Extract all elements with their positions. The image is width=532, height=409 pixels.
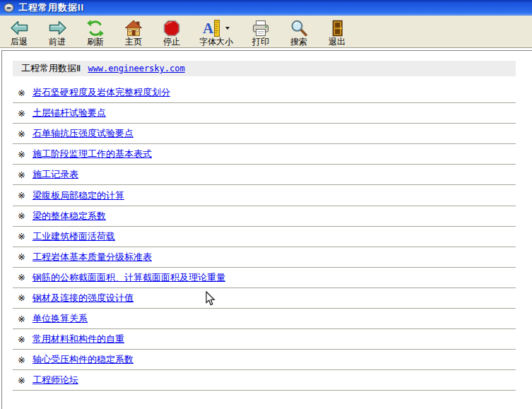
bullet-icon: ※ xyxy=(18,149,25,160)
back-label: 后退 xyxy=(11,37,28,47)
list-item: ※ 石单轴抗压强度试验要点 xyxy=(13,124,516,144)
site-link[interactable]: www.engineersky.com xyxy=(88,64,184,73)
list-item: ※ 工程师论坛 xyxy=(13,370,516,391)
window-title: 工程常用数据II xyxy=(18,1,84,14)
list-item: ※ 梁腹板局部稳定的计算 xyxy=(13,185,516,206)
back-button[interactable]: 后退 xyxy=(0,18,38,47)
item-link[interactable]: 梁腹板局部稳定的计算 xyxy=(32,189,124,202)
bullet-icon: ※ xyxy=(18,272,25,283)
list-item: ※ 工程岩体基本质量分级标准表 xyxy=(13,247,516,268)
print-button[interactable]: 打印 xyxy=(242,18,280,47)
search-button[interactable]: 搜索 xyxy=(280,18,318,47)
item-link[interactable]: 梁的整体稳定系数 xyxy=(32,210,106,223)
titlebar: 工程常用数据II xyxy=(0,0,532,16)
list-item: ※ 钢筋的公称截面面积、计算截面面积及理论重量 xyxy=(13,268,516,288)
font-size-icon: A xyxy=(203,19,221,37)
page-header-band: 工程常用数据Ⅱ www.engineersky.com xyxy=(13,61,516,76)
list-item: ※ 轴心受压构件的稳定系数 xyxy=(13,350,516,370)
toolbar: 后退 前进 刷新 xyxy=(0,16,532,48)
search-label: 搜索 xyxy=(290,37,307,47)
home-button[interactable]: 主页 xyxy=(114,18,153,47)
print-icon xyxy=(252,18,270,37)
bullet-icon: ※ xyxy=(18,314,25,324)
item-link[interactable]: 钢筋的公称截面面积、计算截面面积及理论重量 xyxy=(32,271,225,284)
bullet-icon: ※ xyxy=(18,211,25,221)
refresh-button[interactable]: 刷新 xyxy=(76,18,114,47)
home-label: 主页 xyxy=(125,37,142,47)
stop-button[interactable]: 停止 xyxy=(153,18,191,47)
item-link[interactable]: 工程师论坛 xyxy=(32,374,78,386)
back-icon xyxy=(10,18,29,37)
item-link[interactable]: 钢材及连接的强度设计值 xyxy=(32,292,134,304)
bullet-icon: ※ xyxy=(18,170,25,180)
exit-label: 退出 xyxy=(329,37,345,47)
item-link[interactable]: 土层锚杆试验要点 xyxy=(32,107,106,119)
bullet-icon: ※ xyxy=(18,190,25,201)
list-item: ※ 施工记录表 xyxy=(13,165,516,185)
item-link[interactable]: 常用材料和构件的自重 xyxy=(32,333,124,345)
stop-label: 停止 xyxy=(163,37,180,47)
search-icon xyxy=(290,18,308,37)
app-disc-icon xyxy=(4,3,14,13)
font-size-label: 字体大小 xyxy=(199,37,233,47)
item-link[interactable]: 轴心受压构件的稳定系数 xyxy=(32,353,134,366)
item-link[interactable]: 施工阶段监理工作的基本表式 xyxy=(32,148,152,160)
refresh-icon xyxy=(86,18,105,37)
bullet-icon: ※ xyxy=(18,129,25,139)
refresh-label: 刷新 xyxy=(87,37,104,47)
font-size-dropdown-icon[interactable] xyxy=(225,27,230,30)
bullet-icon: ※ xyxy=(18,375,25,386)
bullet-icon: ※ xyxy=(18,88,25,98)
font-size-button[interactable]: A 字体大小 xyxy=(191,18,242,47)
content-area: 工程常用数据Ⅱ www.engineersky.com ※ 岩石坚硬程度及岩体完… xyxy=(1,50,532,409)
link-list: ※ 岩石坚硬程度及岩体完整程度划分 ※ 土层锚杆试验要点 ※ 石单轴抗压强度试验… xyxy=(13,83,516,391)
stop-icon xyxy=(162,18,181,37)
item-link[interactable]: 工业建筑楼面活荷载 xyxy=(32,230,115,243)
list-item: ※ 单位换算关系 xyxy=(13,309,516,329)
svg-text:A: A xyxy=(203,20,214,37)
list-item: ※ 土层锚杆试验要点 xyxy=(13,103,516,124)
page-title: 工程常用数据Ⅱ xyxy=(21,62,81,75)
bullet-icon: ※ xyxy=(18,292,25,303)
print-label: 打印 xyxy=(252,37,269,47)
item-link[interactable]: 工程岩体基本质量分级标准表 xyxy=(32,251,152,263)
list-item: ※ 常用材料和构件的自重 xyxy=(13,329,516,350)
list-item: ※ 岩石坚硬程度及岩体完整程度划分 xyxy=(13,83,516,103)
home-icon xyxy=(124,18,143,37)
forward-button[interactable]: 前进 xyxy=(38,18,76,47)
bullet-icon: ※ xyxy=(18,231,25,242)
item-link[interactable]: 单位换算关系 xyxy=(32,312,88,325)
item-link[interactable]: 施工记录表 xyxy=(32,168,78,181)
item-link[interactable]: 石单轴抗压强度试验要点 xyxy=(32,127,134,140)
item-link[interactable]: 岩石坚硬程度及岩体完整程度划分 xyxy=(32,86,170,99)
bullet-icon: ※ xyxy=(18,108,25,119)
bullet-icon: ※ xyxy=(18,251,25,262)
forward-label: 前进 xyxy=(49,37,66,47)
list-item: ※ 施工阶段监理工作的基本表式 xyxy=(13,144,516,165)
exit-button[interactable]: 退出 xyxy=(318,18,356,47)
bullet-icon: ※ xyxy=(18,334,25,345)
list-item: ※ 梁的整体稳定系数 xyxy=(13,206,516,227)
list-item: ※ 钢材及连接的强度设计值 xyxy=(13,288,516,309)
forward-icon xyxy=(48,18,67,37)
bullet-icon: ※ xyxy=(18,355,25,365)
list-item: ※ 工业建筑楼面活荷载 xyxy=(13,227,516,247)
exit-icon xyxy=(328,18,346,37)
